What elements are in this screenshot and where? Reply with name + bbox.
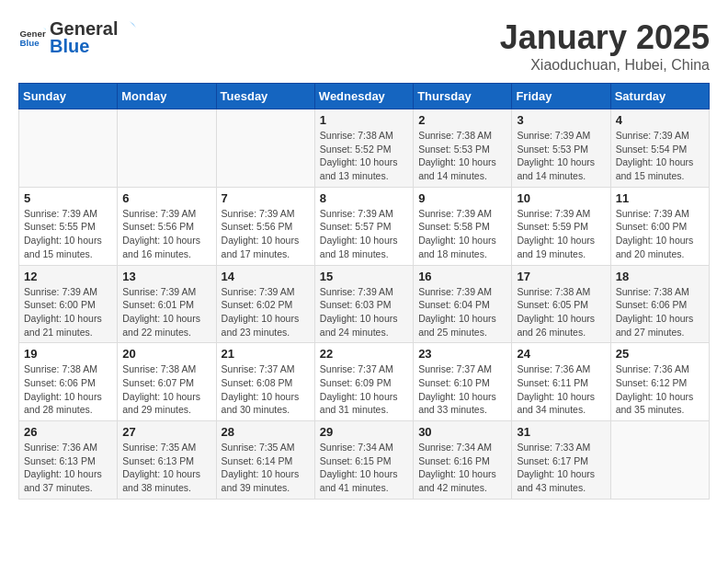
weekday-header-tuesday: Tuesday (216, 84, 314, 109)
calendar-cell: 22Sunrise: 7:37 AMSunset: 6:09 PMDayligh… (314, 343, 413, 421)
calendar-cell: 14Sunrise: 7:39 AMSunset: 6:02 PMDayligh… (216, 265, 314, 343)
calendar-cell: 21Sunrise: 7:37 AMSunset: 6:08 PMDayligh… (216, 343, 314, 421)
day-number: 11 (616, 191, 704, 205)
svg-text:Blue: Blue (20, 38, 40, 48)
day-number: 30 (418, 425, 506, 439)
day-info: Sunrise: 7:38 AMSunset: 6:06 PMDaylight:… (616, 285, 704, 339)
day-number: 14 (222, 270, 310, 283)
day-info: Sunrise: 7:37 AMSunset: 6:09 PMDaylight:… (320, 362, 408, 417)
calendar-table: SundayMondayTuesdayWednesdayThursdayFrid… (18, 83, 710, 500)
calendar-title: January 2025 (500, 18, 710, 57)
calendar-cell: 27Sunrise: 7:35 AMSunset: 6:13 PMDayligh… (118, 421, 216, 500)
day-info: Sunrise: 7:38 AMSunset: 6:06 PMDaylight:… (24, 362, 112, 417)
day-number: 1 (320, 113, 408, 127)
day-number: 13 (122, 270, 210, 283)
day-number: 18 (616, 270, 704, 283)
calendar-cell: 24Sunrise: 7:36 AMSunset: 6:11 PMDayligh… (512, 343, 610, 421)
weekday-header-wednesday: Wednesday (314, 84, 413, 109)
day-info: Sunrise: 7:36 AMSunset: 6:13 PMDaylight:… (24, 441, 112, 495)
calendar-cell: 3Sunrise: 7:39 AMSunset: 5:53 PMDaylight… (512, 109, 610, 188)
calendar-cell: 10Sunrise: 7:39 AMSunset: 5:59 PMDayligh… (512, 187, 610, 265)
day-info: Sunrise: 7:38 AMSunset: 5:52 PMDaylight:… (320, 129, 408, 183)
day-info: Sunrise: 7:39 AMSunset: 6:00 PMDaylight:… (616, 207, 704, 261)
calendar-cell: 5Sunrise: 7:39 AMSunset: 5:55 PMDaylight… (19, 187, 118, 265)
day-info: Sunrise: 7:39 AMSunset: 6:01 PMDaylight:… (122, 285, 210, 339)
calendar-cell: 18Sunrise: 7:38 AMSunset: 6:06 PMDayligh… (610, 265, 709, 343)
day-number: 6 (122, 191, 210, 205)
day-number: 4 (616, 113, 704, 127)
calendar-week-row: 5Sunrise: 7:39 AMSunset: 5:55 PMDaylight… (19, 187, 710, 265)
day-info: Sunrise: 7:39 AMSunset: 5:53 PMDaylight:… (517, 129, 605, 183)
day-info: Sunrise: 7:35 AMSunset: 6:14 PMDaylight:… (222, 441, 310, 495)
calendar-cell: 29Sunrise: 7:34 AMSunset: 6:15 PMDayligh… (314, 421, 413, 500)
day-number: 23 (418, 347, 506, 361)
day-info: Sunrise: 7:39 AMSunset: 6:00 PMDaylight:… (24, 285, 112, 339)
day-number: 26 (24, 425, 112, 439)
day-info: Sunrise: 7:36 AMSunset: 6:11 PMDaylight:… (517, 362, 605, 417)
day-number: 20 (122, 347, 210, 361)
calendar-cell: 8Sunrise: 7:39 AMSunset: 5:57 PMDaylight… (314, 187, 413, 265)
day-number: 9 (418, 191, 506, 205)
day-number: 22 (320, 347, 408, 361)
calendar-cell: 17Sunrise: 7:38 AMSunset: 6:05 PMDayligh… (512, 265, 610, 343)
day-number: 5 (24, 191, 112, 205)
calendar-cell (19, 109, 118, 188)
logo: General Blue General Blue (18, 18, 136, 57)
day-number: 31 (517, 425, 605, 439)
calendar-cell: 13Sunrise: 7:39 AMSunset: 6:01 PMDayligh… (118, 265, 216, 343)
day-number: 8 (320, 191, 408, 205)
logo-icon: General Blue (18, 24, 46, 52)
calendar-cell: 7Sunrise: 7:39 AMSunset: 5:56 PMDaylight… (216, 187, 314, 265)
day-number: 10 (517, 191, 605, 205)
calendar-week-row: 26Sunrise: 7:36 AMSunset: 6:13 PMDayligh… (19, 421, 710, 500)
weekday-header-thursday: Thursday (414, 84, 512, 109)
day-info: Sunrise: 7:39 AMSunset: 5:57 PMDaylight:… (320, 207, 408, 261)
day-number: 3 (517, 113, 605, 127)
day-info: Sunrise: 7:39 AMSunset: 5:56 PMDaylight:… (122, 207, 210, 261)
weekday-header-monday: Monday (118, 84, 216, 109)
logo-wing-icon (118, 20, 136, 39)
svg-marker-4 (127, 22, 134, 29)
day-info: Sunrise: 7:39 AMSunset: 6:03 PMDaylight:… (320, 285, 408, 339)
calendar-cell: 23Sunrise: 7:37 AMSunset: 6:10 PMDayligh… (414, 343, 512, 421)
weekday-header-row: SundayMondayTuesdayWednesdayThursdayFrid… (19, 84, 710, 109)
calendar-cell: 30Sunrise: 7:34 AMSunset: 6:16 PMDayligh… (414, 421, 512, 500)
calendar-week-row: 12Sunrise: 7:39 AMSunset: 6:00 PMDayligh… (19, 265, 710, 343)
weekday-header-saturday: Saturday (610, 84, 709, 109)
calendar-cell: 15Sunrise: 7:39 AMSunset: 6:03 PMDayligh… (314, 265, 413, 343)
day-info: Sunrise: 7:37 AMSunset: 6:08 PMDaylight:… (222, 362, 310, 417)
day-info: Sunrise: 7:39 AMSunset: 5:58 PMDaylight:… (418, 207, 506, 261)
day-number: 16 (418, 270, 506, 283)
day-number: 19 (24, 347, 112, 361)
calendar-cell: 31Sunrise: 7:33 AMSunset: 6:17 PMDayligh… (512, 421, 610, 500)
day-info: Sunrise: 7:34 AMSunset: 6:15 PMDaylight:… (320, 441, 408, 495)
day-number: 28 (222, 425, 310, 439)
day-info: Sunrise: 7:38 AMSunset: 6:05 PMDaylight:… (517, 285, 605, 339)
calendar-cell (216, 109, 314, 188)
day-info: Sunrise: 7:39 AMSunset: 5:55 PMDaylight:… (24, 207, 112, 261)
day-info: Sunrise: 7:39 AMSunset: 6:02 PMDaylight:… (222, 285, 310, 339)
day-number: 15 (320, 270, 408, 283)
day-number: 25 (616, 347, 704, 361)
calendar-week-row: 19Sunrise: 7:38 AMSunset: 6:06 PMDayligh… (19, 343, 710, 421)
page-header: General Blue General Blue January 2025 X… (18, 18, 710, 74)
calendar-cell: 2Sunrise: 7:38 AMSunset: 5:53 PMDaylight… (414, 109, 512, 188)
calendar-cell: 1Sunrise: 7:38 AMSunset: 5:52 PMDaylight… (314, 109, 413, 188)
calendar-cell (610, 421, 709, 500)
day-number: 7 (222, 191, 310, 205)
day-info: Sunrise: 7:34 AMSunset: 6:16 PMDaylight:… (418, 441, 506, 495)
day-info: Sunrise: 7:38 AMSunset: 6:07 PMDaylight:… (122, 362, 210, 417)
day-number: 24 (517, 347, 605, 361)
day-info: Sunrise: 7:39 AMSunset: 5:56 PMDaylight:… (222, 207, 310, 261)
day-info: Sunrise: 7:36 AMSunset: 6:12 PMDaylight:… (616, 362, 704, 417)
calendar-cell: 26Sunrise: 7:36 AMSunset: 6:13 PMDayligh… (19, 421, 118, 500)
weekday-header-sunday: Sunday (19, 84, 118, 109)
calendar-cell: 16Sunrise: 7:39 AMSunset: 6:04 PMDayligh… (414, 265, 512, 343)
day-number: 21 (222, 347, 310, 361)
day-number: 2 (418, 113, 506, 127)
calendar-cell: 19Sunrise: 7:38 AMSunset: 6:06 PMDayligh… (19, 343, 118, 421)
day-number: 27 (122, 425, 210, 439)
calendar-cell: 28Sunrise: 7:35 AMSunset: 6:14 PMDayligh… (216, 421, 314, 500)
day-info: Sunrise: 7:39 AMSunset: 6:04 PMDaylight:… (418, 285, 506, 339)
calendar-cell: 11Sunrise: 7:39 AMSunset: 6:00 PMDayligh… (610, 187, 709, 265)
